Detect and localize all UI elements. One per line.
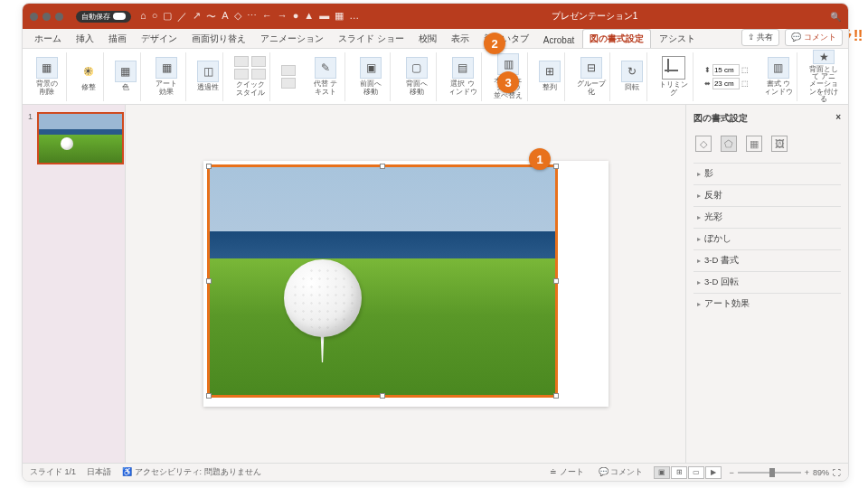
corrections-button[interactable]: ☀修整 — [74, 52, 104, 101]
home-icon[interactable]: ⌂ — [140, 10, 146, 23]
group-button[interactable]: ⊟グループ 化 — [572, 52, 611, 101]
maximize-icon[interactable] — [55, 13, 63, 21]
share-button[interactable]: ⇪ 共有 — [741, 29, 780, 46]
arrow-right-icon[interactable]: → — [278, 10, 288, 23]
zoom-slider[interactable] — [769, 468, 775, 477]
resize-handle[interactable] — [553, 278, 559, 284]
tab-design[interactable]: デザイン — [135, 30, 184, 48]
slide-counter: スライド 1/1 — [30, 466, 76, 478]
size-inputs[interactable]: ⬍⬚ ⬌⬚ — [701, 52, 752, 101]
tab-animations[interactable]: アニメーション — [254, 30, 330, 48]
accessibility[interactable]: ♿ アクセシビリティ: 問題ありません — [122, 466, 261, 478]
resize-handle[interactable] — [553, 393, 559, 399]
slide[interactable] — [203, 161, 609, 407]
arrow-icon[interactable]: ↗ — [193, 10, 201, 23]
language[interactable]: 日本語 — [87, 466, 111, 478]
picture-tab-icon[interactable]: 🖼 — [771, 136, 788, 152]
tab-picture-format[interactable]: 図の書式設定 — [582, 29, 651, 48]
reading-view-icon[interactable]: ▭ — [688, 466, 704, 479]
send-backward-button[interactable]: ▢背面へ 移動 — [398, 52, 437, 101]
triangle-icon[interactable]: ▲ — [304, 10, 314, 23]
shapes-icon[interactable]: ◇ — [234, 10, 241, 23]
circle-icon[interactable]: ○ — [152, 10, 158, 23]
fill-tab-icon[interactable]: ◇ — [695, 136, 712, 152]
panel-glow[interactable]: 光彩 — [693, 206, 841, 228]
panel-3d-rotate[interactable]: 3-D 回転 — [693, 271, 841, 293]
panel-3d-format[interactable]: 3-D 書式 — [693, 249, 841, 271]
tab-acrobat[interactable]: Acrobat — [537, 33, 580, 48]
tab-view[interactable]: 表示 — [445, 30, 476, 48]
remove-bg-button[interactable]: ▦背景の 削除 — [28, 52, 67, 101]
transparency-button[interactable]: ◫透過性 — [193, 52, 223, 101]
panel-blur[interactable]: ぼかし — [693, 228, 841, 249]
resize-handle[interactable] — [380, 164, 385, 169]
quick-style-button[interactable]: クイック スタイル — [231, 52, 270, 101]
close-panel-icon[interactable]: × — [835, 112, 841, 125]
resize-handle[interactable] — [553, 164, 559, 169]
effects-tab-icon[interactable]: ⬠ — [721, 136, 737, 152]
artistic-button[interactable]: ▦アート 効果 — [148, 52, 187, 101]
panel-title: 図の書式設定 — [693, 112, 748, 125]
selection-pane-button[interactable]: ▤選択 ウィンドウ — [444, 52, 483, 101]
panel-reflection[interactable]: 反射 — [693, 184, 841, 206]
quick-access[interactable]: ⌂ ○ ▢ ／ ↗ 〜 A ◇ ⋯ ← → ● ▲ ▬ ▦ … — [140, 10, 359, 23]
resize-handle[interactable] — [206, 393, 212, 399]
callout-2: 2 — [484, 33, 505, 54]
resize-handle[interactable] — [206, 278, 212, 284]
resize-handle[interactable] — [206, 164, 212, 169]
color-button[interactable]: ▦色 — [111, 52, 141, 101]
slide-canvas[interactable] — [126, 105, 685, 463]
slideshow-view-icon[interactable]: ▶ — [705, 466, 722, 479]
comment-button[interactable]: 💬 コメント — [785, 29, 843, 46]
picture-border[interactable] — [278, 52, 299, 101]
arrow-left-icon[interactable]: ← — [262, 10, 272, 23]
ellipsis-icon[interactable]: … — [349, 10, 359, 23]
close-icon[interactable] — [30, 13, 38, 21]
image-icon[interactable]: ▦ — [335, 10, 344, 23]
zoom-control[interactable]: − + 89% ⛶ — [729, 468, 841, 477]
animate-bg-button[interactable]: ★背面として アニメーションを付ける — [805, 52, 843, 101]
height-input[interactable] — [712, 64, 740, 76]
tab-slideshow[interactable]: スライド ショー — [332, 30, 410, 48]
alt-text-button[interactable]: ✎代替 テキスト — [307, 52, 345, 101]
comments-button[interactable]: 💬 コメント — [595, 465, 647, 479]
normal-view-icon[interactable]: ▣ — [654, 466, 670, 479]
format-pane-button[interactable]: ▥書式 ウィンドウ — [760, 52, 798, 101]
curve-icon[interactable]: 〜 — [206, 10, 216, 23]
tab-home[interactable]: ホーム — [28, 30, 68, 48]
zoom-in-icon[interactable]: + — [805, 468, 809, 477]
tab-draw[interactable]: 描画 — [102, 30, 133, 48]
search-icon[interactable]: 🔍 — [830, 12, 841, 22]
more-icon[interactable]: ⋯ — [247, 10, 257, 23]
panel-artistic[interactable]: アート効果 — [693, 293, 841, 314]
tab-assist[interactable]: アシスト — [653, 30, 702, 48]
line-icon[interactable]: ／ — [177, 10, 187, 23]
slide-thumbnail-1[interactable] — [37, 112, 124, 164]
text-icon[interactable]: A — [222, 10, 228, 23]
size-tab-icon[interactable]: ▦ — [746, 136, 762, 152]
selected-image[interactable] — [207, 164, 558, 398]
square-icon[interactable]: ▢ — [163, 10, 172, 23]
rect-icon[interactable]: ▬ — [319, 10, 329, 23]
align-button[interactable]: ⊞整列 — [535, 52, 565, 101]
tab-insert[interactable]: 挿入 — [70, 30, 100, 48]
tab-transitions[interactable]: 画面切り替え — [185, 30, 252, 48]
width-input[interactable] — [712, 78, 740, 89]
panel-shadow[interactable]: 影 — [693, 163, 841, 184]
dot-icon[interactable]: ● — [293, 10, 299, 23]
fit-icon[interactable]: ⛶ — [833, 468, 841, 477]
zoom-out-icon[interactable]: − — [729, 468, 733, 477]
window-controls[interactable] — [30, 13, 63, 21]
autosave-toggle[interactable]: 自動保存 — [76, 11, 131, 23]
crop-button[interactable]: トリミング — [655, 52, 693, 101]
ribbon-tabs: ホーム 挿入 描画 デザイン 画面切り替え アニメーション スライド ショー 校… — [23, 29, 848, 49]
sorter-view-icon[interactable]: ⊞ — [671, 466, 687, 479]
tab-review[interactable]: 校閲 — [412, 30, 443, 48]
rotate-button[interactable]: ↻回転 — [618, 52, 647, 101]
minimize-icon[interactable] — [42, 13, 51, 21]
notes-button[interactable]: ≐ ノート — [546, 465, 588, 479]
resize-handle[interactable] — [380, 393, 385, 399]
bring-forward-button[interactable]: ▣前面へ 移動 — [353, 52, 392, 101]
zoom-level[interactable]: 89% — [813, 468, 829, 477]
format-panel: 図の書式設定× ◇ ⬠ ▦ 🖼 影 反射 光彩 ぼかし 3-D 書式 3-D 回… — [685, 105, 848, 463]
